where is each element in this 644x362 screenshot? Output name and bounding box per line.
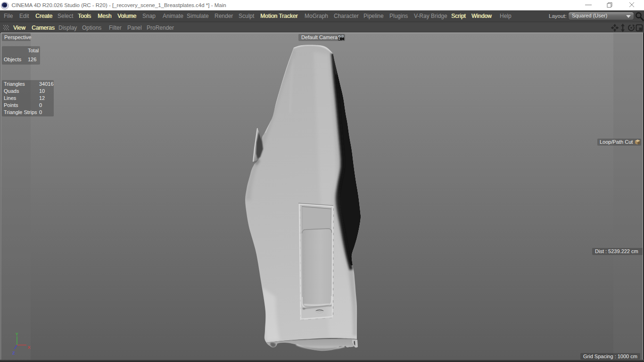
svg-text:Z: Z xyxy=(12,350,15,355)
svg-text:Y: Y xyxy=(16,331,19,337)
svg-text:X: X xyxy=(28,345,31,350)
